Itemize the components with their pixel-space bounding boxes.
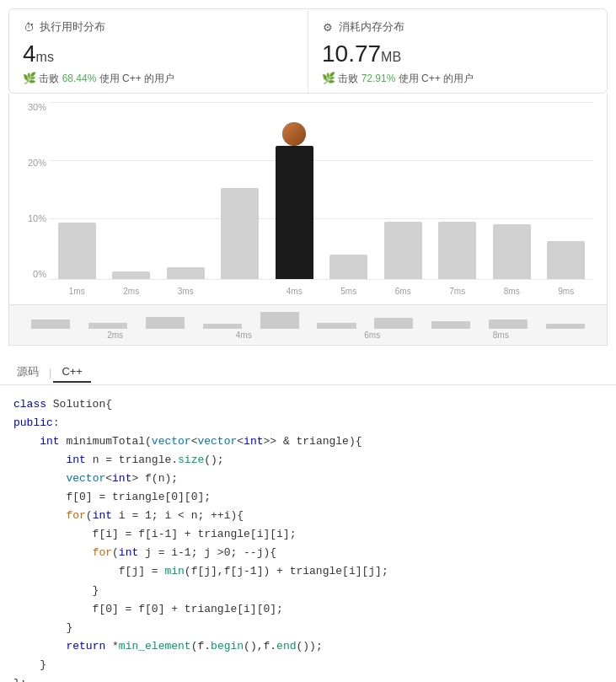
- chart-section: 30% 20% 10% 0% 1ms2ms3ms4ms5ms6ms7ms8ms9…: [8, 94, 608, 305]
- code-line: }: [13, 582, 603, 600]
- code-line: int minimumTotal(vector<vector<int>> & t…: [13, 432, 603, 451]
- code-line: }: [13, 656, 603, 674]
- code-line: public:: [13, 414, 603, 432]
- bar-2ms: [112, 271, 150, 279]
- bar-label-9ms: 9ms: [558, 287, 574, 296]
- code-line: }: [13, 619, 603, 637]
- mini-bar-2: [146, 317, 185, 329]
- mini-bars: [23, 310, 593, 329]
- bar-3: [221, 188, 259, 279]
- bar-1ms: [58, 223, 96, 279]
- memory-panel-header: ⚙ 消耗内存分布: [322, 19, 593, 35]
- mini-bar-group-3: [195, 310, 250, 329]
- memory-panel: ⚙ 消耗内存分布 10.77MB 🌿 击败 72.91% 使用 C++ 的用户: [308, 9, 607, 93]
- bar-label-4ms: 4ms: [287, 287, 303, 296]
- bar-group-2ms: 2ms: [104, 102, 159, 279]
- avatar-overlay: [282, 122, 306, 146]
- mini-bar-0: [31, 320, 70, 329]
- bar-label-6ms: 6ms: [395, 287, 411, 296]
- code-line: vector<int> f(n);: [13, 470, 603, 488]
- code-line: f[0] = triangle[0][0];: [13, 488, 603, 507]
- mini-bar-group-8: [480, 310, 536, 329]
- time-subtitle: 🌿 击败 68.44% 使用 C++ 的用户: [23, 72, 294, 86]
- bar-7ms: [438, 222, 476, 279]
- code-line: for(int i = 1; i < n; ++i){: [13, 507, 603, 525]
- bar-5ms: [329, 255, 367, 279]
- bar-6ms: [384, 222, 422, 279]
- bar-4ms: [276, 146, 313, 279]
- y-label-20: 20%: [28, 158, 46, 168]
- stats-panels: ⏱ 执行用时分布 4ms 🌿 击败 68.44% 使用 C++ 的用户 ⚙ 消耗…: [8, 8, 608, 94]
- bar-group-5ms: 5ms: [322, 102, 377, 279]
- gear-icon: ⚙: [322, 21, 334, 33]
- code-block: class Solution{public: int minimumTotal(…: [0, 385, 616, 682]
- time-value: 4ms: [23, 40, 294, 68]
- y-axis-labels: 30% 20% 10% 0%: [23, 102, 46, 279]
- bar-chart: 30% 20% 10% 0% 1ms2ms3ms4ms5ms6ms7ms8ms9…: [23, 102, 593, 304]
- time-panel: ⏱ 执行用时分布 4ms 🌿 击败 68.44% 使用 C++ 的用户: [9, 9, 308, 93]
- bar-group-6ms: 6ms: [376, 102, 431, 279]
- bar-label-5ms: 5ms: [340, 287, 356, 296]
- bar-label-1ms: 1ms: [69, 287, 85, 296]
- bar-8ms: [493, 224, 531, 279]
- code-line: };: [13, 674, 603, 682]
- bar-group-8ms: 8ms: [485, 102, 539, 279]
- clock-icon: ⏱: [23, 21, 35, 33]
- grid-line-0: [50, 279, 593, 280]
- tab-source[interactable]: 源码: [8, 361, 47, 384]
- mini-bar-group-5: [309, 310, 365, 329]
- mini-bar-4: [260, 312, 299, 329]
- mini-bar-group-7: [423, 310, 479, 329]
- mini-bar-5: [317, 323, 356, 329]
- time-panel-header: ⏱ 执行用时分布: [23, 19, 294, 35]
- bar-group-3: [213, 102, 268, 279]
- code-line: f[0] = f[0] + triangle[i][0];: [13, 600, 603, 619]
- bar-label-7ms: 7ms: [449, 287, 465, 296]
- y-label-30: 30%: [28, 102, 46, 112]
- mini-bar-group-2: [137, 310, 193, 329]
- code-line: class Solution{: [13, 395, 603, 414]
- code-line: for(int j = i-1; j >0; --j){: [13, 544, 603, 562]
- bar-label-2ms: 2ms: [123, 287, 139, 296]
- memory-subtitle: 🌿 击败 72.91% 使用 C++ 的用户: [322, 72, 593, 86]
- code-tabs: 源码 | C++: [0, 354, 616, 385]
- bar-group-4ms: 4ms: [267, 102, 322, 279]
- mini-labels: 2ms 4ms 6ms 8ms: [23, 330, 593, 340]
- bar-label-8ms: 8ms: [504, 287, 520, 296]
- bar-group-3ms: 3ms: [158, 102, 213, 279]
- code-line: f[i] = f[i-1] + triangle[i][i];: [13, 525, 603, 544]
- code-line: return *min_element(f.begin(),f.end());: [13, 637, 603, 656]
- mini-bar-8: [489, 320, 528, 329]
- mini-bar-group-6: [366, 310, 421, 329]
- time-panel-title: 执行用时分布: [40, 19, 105, 35]
- mini-bar-3: [203, 324, 242, 329]
- memory-value: 10.77MB: [322, 40, 593, 68]
- y-label-0: 0%: [33, 269, 46, 279]
- y-label-10: 10%: [28, 213, 46, 223]
- mini-bar-9: [546, 324, 585, 329]
- mini-bar-group-4: [252, 310, 308, 329]
- bar-group-9ms: 9ms: [539, 102, 594, 279]
- tab-cpp[interactable]: C++: [53, 362, 91, 383]
- mini-bar-6: [374, 318, 413, 329]
- bar-3ms: [167, 267, 205, 279]
- mini-bar-group-9: [538, 310, 593, 329]
- bar-group-1ms: 1ms: [50, 102, 104, 279]
- mini-bar-group-0: [23, 310, 78, 329]
- mini-chart-section: 2ms 4ms 6ms 8ms: [8, 305, 608, 346]
- bar-group-7ms: 7ms: [431, 102, 485, 279]
- mini-bar-group-1: [80, 310, 136, 329]
- chart-bars: 1ms2ms3ms4ms5ms6ms7ms8ms9ms: [50, 102, 593, 279]
- mini-bar-7: [431, 321, 470, 329]
- memory-panel-title: 消耗内存分布: [339, 19, 404, 35]
- code-line: f[j] = min(f[j],f[j-1]) + triangle[i][j]…: [13, 562, 603, 581]
- mini-bar-1: [88, 323, 127, 329]
- bar-9ms: [547, 241, 585, 279]
- bar-label-3ms: 3ms: [178, 287, 194, 296]
- code-line: int n = triangle.size();: [13, 451, 603, 470]
